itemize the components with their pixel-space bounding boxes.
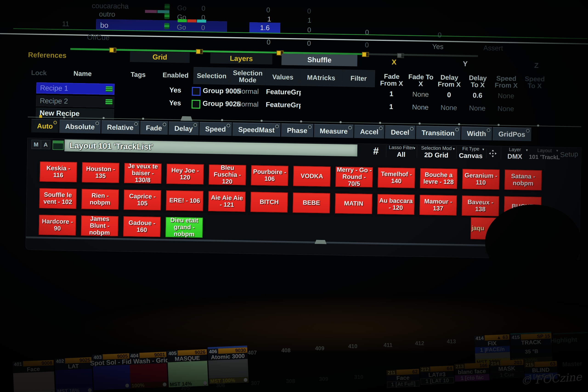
executor-slot-number[interactable]: 305 [180, 385, 190, 391]
cue-row-name[interactable]: bo [100, 21, 108, 30]
recipe-fade-from[interactable]: 1 [376, 101, 406, 113]
executor-slot-number[interactable]: 411 [384, 342, 392, 348]
executor-slot-number[interactable]: 410 [348, 343, 358, 350]
recipe-name-cell-selected[interactable]: Recipe 1 [36, 82, 114, 95]
pan-move-tool[interactable] [486, 148, 499, 158]
recipe-fade-to[interactable]: None [407, 101, 434, 113]
enc-tab-transition[interactable]: Transition [416, 126, 460, 140]
selection-mode-dropdown[interactable]: ▾ Selection Mod 2D Grid [417, 146, 456, 159]
recipe-speed-from[interactable]: None [492, 103, 520, 114]
col-header-tags[interactable]: Tags [121, 67, 156, 82]
recipe-name-cell[interactable]: Recipe 2 [36, 95, 114, 108]
enc-tab-speedmast[interactable]: SpeedMast [232, 123, 281, 137]
enc-tab-measure[interactable]: Measure [314, 124, 354, 138]
col-header-delay-to-x[interactable]: Delay To X [464, 73, 491, 90]
track-pad[interactable]: James Blunt - nobpm [81, 216, 118, 236]
ribbon-handle[interactable] [196, 49, 203, 54]
executor-slot-number[interactable]: 413 [447, 338, 456, 345]
track-pad[interactable]: Geranium - 110 [462, 169, 500, 190]
recipe-speed-from[interactable]: None [492, 90, 520, 102]
cue-fade-cell[interactable]: 1.6 [250, 22, 280, 33]
executor-block-track[interactable]: 415 SP 15 TRACK 35 °B MST 100% [510, 332, 552, 364]
selection-color-checkbox[interactable] [192, 100, 200, 109]
executor-slot-number[interactable]: 306 [216, 382, 225, 388]
col-header-speed-to-x[interactable]: Speed To X [521, 74, 548, 91]
recipe-delay-from[interactable]: 0 [435, 89, 464, 101]
executor-block-spot-sol[interactable]: 403 9005 404 9001 Spot Sol - Fid Wash - … [92, 352, 168, 390]
track-pad-active[interactable]: Dieu etait grand - nobpm [166, 217, 203, 238]
enc-tab-auto[interactable]: Auto [31, 119, 59, 133]
track-pad[interactable]: BEBE [292, 192, 330, 213]
selection-color-checkbox[interactable] [192, 87, 201, 96]
enc-tab-delay[interactable]: Delay [168, 122, 199, 135]
executor-body[interactable] [93, 365, 130, 390]
executor-block-masque[interactable]: 405 9026 MASQUE MST 14% [167, 349, 208, 388]
track-pad[interactable]: Baveux - 138 [462, 196, 499, 216]
executor-block-lat[interactable]: 402 9025 LAT MST 16% [55, 357, 93, 392]
executor-cue-value[interactable]: 1 [LAT 10 [420, 377, 454, 385]
col-header-name[interactable]: Name [65, 66, 100, 81]
executor-block-mask[interactable]: 214 203 MASK 1 Cue [490, 360, 524, 379]
splitter-grip[interactable] [180, 116, 192, 121]
col-header-fade-from-x[interactable]: Fade From X [377, 72, 407, 88]
track-pad[interactable]: VODKA [293, 166, 331, 187]
track-pad[interactable]: Bleu Fuschia - 120 [208, 164, 246, 185]
executor-body[interactable] [55, 368, 92, 388]
track-pad[interactable]: Mamour - 137 [420, 195, 457, 216]
track-pad[interactable]: Keskia - 116 [40, 162, 77, 182]
enc-tab-speed[interactable]: Speed [199, 122, 232, 136]
recipe-values[interactable]: FeatureGrp [266, 99, 301, 111]
col-header-delay-from-x[interactable]: Delay From X [435, 72, 464, 89]
executor-block-atomic[interactable]: 406 9030 Atomic 3000 MST 100% [208, 346, 249, 384]
track-pad[interactable]: Caprice - 105 [124, 190, 161, 210]
executor-cue-value[interactable]: 1 [At Full] [387, 380, 420, 388]
recipe-delay-to[interactable]: None [464, 102, 491, 114]
recipe-selection-mode[interactable]: Normal [230, 98, 265, 110]
executor-slot-number[interactable]: 408 [281, 347, 290, 354]
recipe-delay-from[interactable]: None [434, 102, 463, 114]
executor-block-lat3[interactable]: 212 64 LAT#3 1 [LAT 10 [420, 366, 454, 385]
recipe-fade-from[interactable]: 1 [376, 88, 406, 100]
col-header-matricks[interactable]: MAtricks [300, 69, 342, 86]
ma-m-button[interactable]: M [32, 140, 41, 149]
enc-tab-gridpos[interactable]: GridPos [493, 127, 532, 141]
layer-dropdown[interactable]: ▾ Layer DMX [501, 147, 529, 160]
tab-axis-y[interactable]: Y [447, 58, 484, 70]
ma-a-button[interactable]: A [41, 140, 50, 149]
col-header-fade-to-x[interactable]: Fade To X [408, 72, 434, 89]
executor-slot-number[interactable]: 310 [354, 374, 363, 380]
ribbon-handle[interactable] [109, 48, 116, 52]
layout-dropdown[interactable]: ▾ Layout 101 'TrackL [530, 148, 559, 160]
recipe-enabled[interactable]: Yes [158, 84, 193, 96]
executor-body[interactable] [13, 372, 55, 392]
cue-delete-icon[interactable] [164, 4, 170, 10]
executor-cue-value[interactable]: 1 Cue [490, 371, 524, 379]
col-header-lock[interactable]: Lock [24, 65, 54, 80]
executor-body[interactable] [168, 361, 208, 382]
executor-block-face[interactable]: 401 9008 Face MST 26% [13, 360, 55, 392]
highlight-button[interactable]: Highlight [550, 336, 577, 344]
window-bottom-grip[interactable] [315, 240, 326, 244]
tab-shuffle[interactable]: Shuffle [281, 54, 358, 66]
col-header-filter[interactable]: Filter [342, 70, 375, 87]
recipe-enabled[interactable]: Yes [158, 97, 192, 109]
enc-tab-fade[interactable]: Fade [140, 121, 168, 135]
recipe-delay-to[interactable]: 0.6 [464, 89, 491, 101]
executor-cue-value[interactable]: 35 °B [511, 344, 552, 358]
col-header-selection-mode[interactable]: Selection Mode [230, 68, 265, 85]
grid-toggle-button[interactable]: # [367, 145, 385, 157]
track-pad[interactable]: Merry - Go - Round - 70/5 [335, 167, 373, 188]
executor-slot-number[interactable]: 308 [286, 378, 295, 384]
track-pad[interactable]: Rien - nobpm [81, 189, 119, 210]
col-header-speed-from-x[interactable]: Speed From X [492, 73, 520, 90]
track-pad[interactable]: BITCH [250, 192, 288, 213]
track-pad[interactable]: Hey Joe - 120 [166, 164, 204, 185]
fit-type-dropdown[interactable]: ▾ Fit Type Canvas [456, 146, 485, 159]
track-pad[interactable]: Hardcore - 90 [38, 215, 76, 236]
executor-master-bar[interactable]: 100% [130, 381, 168, 388]
ribbon-handle[interactable] [362, 52, 369, 57]
enc-tab-relative[interactable]: Relative [101, 120, 140, 134]
enc-tab-phase[interactable]: Phase [281, 123, 313, 137]
track-pad[interactable]: Pourboire - 106 [251, 165, 288, 186]
track-pad[interactable]: Aie Aie Aie - 121 [208, 191, 246, 212]
